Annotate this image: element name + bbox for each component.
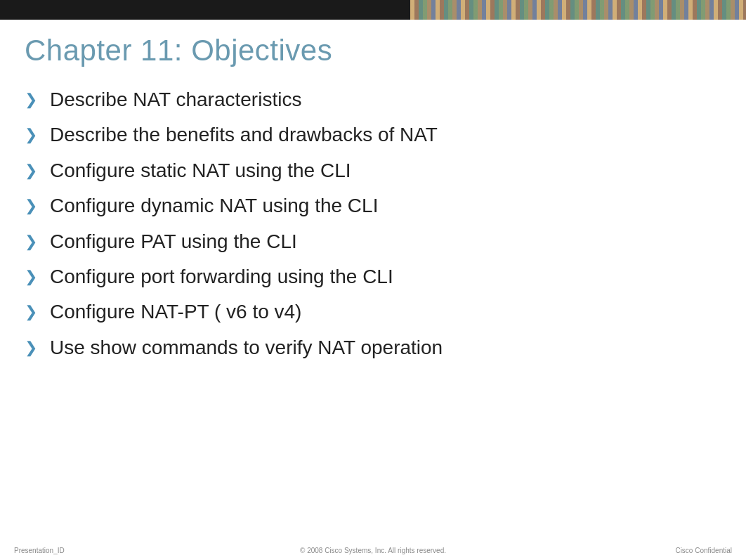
bullet-arrow-icon: ❯ (25, 267, 37, 287)
list-item-7: ❯Configure NAT-PT ( v6 to v4) (25, 299, 721, 325)
objective-text: Describe the benefits and drawbacks of N… (50, 122, 438, 148)
list-item-8: ❯Use show commands to verify NAT operati… (25, 335, 721, 360)
bullet-arrow-icon: ❯ (25, 338, 37, 358)
page-title: Chapter 11: Objectives (25, 34, 721, 67)
bullet-arrow-icon: ❯ (25, 125, 37, 145)
bullet-arrow-icon: ❯ (25, 161, 37, 181)
objective-text: Configure NAT-PT ( v6 to v4) (50, 299, 301, 325)
list-item-4: ❯Configure dynamic NAT using the CLI (25, 193, 721, 219)
bullet-arrow-icon: ❯ (25, 302, 37, 323)
objective-text: Describe NAT characteristics (50, 87, 301, 112)
list-item-1: ❯Describe NAT characteristics (25, 87, 721, 112)
list-item-2: ❯Describe the benefits and drawbacks of … (25, 122, 721, 148)
objective-text: Configure static NAT using the CLI (50, 158, 351, 183)
objectives-list: ❯Describe NAT characteristics❯Describe t… (25, 87, 721, 360)
objective-text: Configure port forwarding using the CLI (50, 264, 393, 289)
bullet-arrow-icon: ❯ (25, 232, 37, 252)
footer: Presentation_ID © 2008 Cisco Systems, In… (0, 547, 746, 554)
footer-center: © 2008 Cisco Systems, Inc. All rights re… (254, 547, 493, 554)
bullet-arrow-icon: ❯ (25, 196, 37, 216)
objective-text: Configure dynamic NAT using the CLI (50, 193, 378, 219)
objective-text: Configure PAT using the CLI (50, 229, 297, 254)
footer-right: Cisco Confidential (492, 547, 732, 554)
header-bar (0, 0, 746, 20)
list-item-3: ❯Configure static NAT using the CLI (25, 158, 721, 183)
footer-left: Presentation_ID (14, 547, 254, 554)
objective-text: Use show commands to verify NAT operatio… (50, 335, 443, 360)
bullet-arrow-icon: ❯ (25, 90, 37, 110)
list-item-6: ❯Configure port forwarding using the CLI (25, 264, 721, 289)
list-item-5: ❯Configure PAT using the CLI (25, 229, 721, 254)
